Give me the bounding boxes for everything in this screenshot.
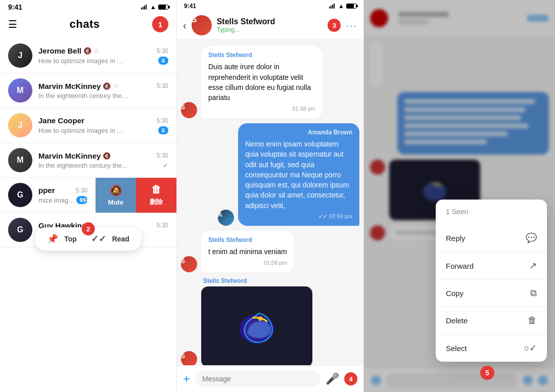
chat-name-marvin2: Marvin McKinney (38, 152, 101, 160)
msg-sender-1: Stells Stefword (208, 51, 315, 60)
chat-time-jerome: 5:30 (157, 47, 168, 55)
time-middle: 9:41 (184, 3, 196, 10)
wifi-icon-middle: ▲ (338, 3, 344, 10)
mute-label: Mute (108, 199, 123, 206)
context-menu: 1 Seen Reply 💬 Forward ↗ Copy ⧉ Delete 🗑… (436, 200, 547, 362)
chat-name-marvin1: Marvin McKinney (38, 82, 101, 90)
status-bar-middle: 9:41 ▲ (177, 0, 363, 11)
chat-info-jerome: Jerome Bell 🔇 ☆ 5:30 How to optimize ima… (38, 46, 168, 65)
status-icons-left: ▲ (141, 4, 168, 11)
avatar-msg-stells2: S (181, 256, 197, 272)
select-icon: ○✓ (524, 342, 537, 354)
msg-bubble-1: Stells Stefword Duis aute irure dolor in… (201, 46, 322, 118)
conv-header: ‹ S Stells Stefword Typing... 3 ··· (177, 11, 363, 40)
mute-icon-marvin1: 🔇 (103, 82, 111, 90)
fab-badge: 2 (82, 222, 95, 235)
context-reply-button[interactable]: Reply 💬 (436, 224, 547, 252)
seen-text: 1 Seen (446, 208, 468, 216)
forward-label: Forward (446, 262, 474, 270)
mute-button[interactable]: 🔕 Mute (96, 178, 136, 213)
badge-3: 3 (328, 19, 341, 32)
add-attachment-button[interactable]: + (183, 372, 190, 386)
context-copy-button[interactable]: Copy ⧉ (436, 280, 547, 307)
msg-sender-2: Amanda Brown (245, 128, 352, 137)
delete-icon: 🗑 (528, 315, 537, 326)
avatar-partial: G (8, 183, 32, 207)
message-4-image: S Stells Stefword (181, 277, 359, 365)
chat-item-jerome[interactable]: J Jerome Bell 🔇 ☆ 5:30 How to optimize i… (0, 38, 176, 73)
conv-status: Typing... (217, 26, 323, 33)
mute-icon-marvin2: 🔇 (103, 152, 111, 160)
msg-text-1: Duis aute irure dolor in reprehenderit i… (208, 62, 315, 103)
message-1: S Stells Stefword Duis aute irure dolor … (181, 46, 359, 118)
reply-label: Reply (446, 234, 465, 242)
msg-bubble-group-2: Amanda Brown Nemo enim ipsam voluptatem … (238, 123, 359, 226)
badge-5: 5 (480, 366, 494, 380)
message-input[interactable] (195, 371, 320, 387)
msg-sender-3: Stells Stefword (208, 236, 287, 244)
msg-text-3: t enim ad minima veniam (208, 247, 287, 257)
signal-icon (141, 5, 148, 10)
back-button[interactable]: ‹ (183, 20, 187, 31)
chat-item-jane[interactable]: J Jane Cooper 5:30 How to optimize image… (0, 108, 176, 143)
chat-item-marvin1[interactable]: M Marvin McKinney 🔇 ☆ 5:30 In the eighte… (0, 73, 176, 108)
wifi-icon: ▲ (150, 4, 156, 11)
chat-name-jane: Jane Cooper (38, 116, 84, 125)
menu-icon[interactable]: ☰ (8, 18, 17, 30)
forward-icon: ↗ (529, 260, 537, 271)
conv-input-area: + 🎤 4 (177, 365, 363, 392)
msg-image-bubble (201, 286, 312, 365)
delete-label: Delete (446, 316, 468, 325)
avatar-msg-amanda: A (218, 210, 234, 226)
avatar-marvin2: M (8, 148, 32, 172)
chats-header: ☰ chats 1 (0, 12, 176, 38)
chat-conversation-panel: 9:41 ▲ ‹ S Stells Stefword Typing... 3 ·… (177, 0, 364, 392)
chat-preview-partial: mize images in WordPress... (38, 197, 76, 204)
star-icon-jerome: ☆ (94, 47, 100, 55)
chat-time-jane: 5:30 (157, 117, 168, 124)
chat-info-marvin1: Marvin McKinney 🔇 ☆ 5:30 In the eighteen… (38, 82, 168, 100)
unread-jane: 6 (158, 126, 168, 134)
battery-icon (158, 5, 168, 10)
delete-button[interactable]: 🗑 删除 (136, 178, 176, 213)
swipe-actions: 🔕 Mute 🗑 删除 (96, 178, 176, 213)
chat-list: J Jerome Bell 🔇 ☆ 5:30 How to optimize i… (0, 38, 176, 392)
unread-jerome: 6 (158, 57, 168, 65)
new-chat-button[interactable]: 1 (152, 16, 168, 32)
context-delete-button[interactable]: Delete 🗑 (436, 307, 547, 334)
more-options-button[interactable]: ··· (346, 20, 357, 31)
read-label: Read (112, 235, 129, 243)
delete-btn-icon: 🗑 (151, 184, 161, 195)
message-3: S Stells Stefword t enim ad minima venia… (181, 231, 359, 272)
msg-time-2: ✓✓ 07:59 pm (245, 213, 352, 221)
signal-icon-middle (329, 4, 336, 9)
right-panel: 1 Seen Reply 💬 Forward ↗ Copy ⧉ Delete 🗑… (364, 0, 555, 392)
check-done-icon: ✓✓ (318, 213, 328, 221)
status-icons-middle: ▲ (329, 3, 356, 10)
avatar-msg-stells1: S (181, 102, 197, 118)
select-label: Select (446, 344, 467, 353)
status-bar-left: 9:41 ▲ (0, 0, 176, 12)
chats-panel: 9:41 ▲ ☰ chats 1 J Jero (0, 0, 177, 392)
msg-text-2: Nemo enim ipsam voluptatem quia voluptas… (245, 139, 352, 211)
msg-bubble-3: Stells Stefword t enim ad minima veniam … (201, 231, 294, 272)
msg-time-1: 01:08 pm (208, 105, 315, 113)
chat-item-marvin2[interactable]: M Marvin McKinney 🔇 5:30 In the eighteen… (0, 143, 176, 178)
avatar-marvin1: M (8, 78, 32, 103)
voice-record-button[interactable]: 🎤 (326, 372, 339, 385)
chat-item-container-swiped: 🔕 Mute 🗑 删除 G pper 5:30 (0, 178, 176, 213)
badge-4: 4 (344, 372, 357, 385)
context-select-button[interactable]: Select ○✓ (436, 334, 547, 362)
chat-item-partial[interactable]: G pper 5:30 mize images in WordPress... … (0, 178, 96, 213)
chat-time-marvin1: 5:30 (157, 82, 168, 89)
chat-info-partial: pper 5:30 mize images in WordPress... 99… (38, 186, 87, 204)
check-icon-marvin2: ✓ (163, 162, 168, 169)
messages-area[interactable]: S Stells Stefword Duis aute irure dolor … (177, 40, 363, 365)
msg-bubble-group-1: Stells Stefword Duis aute irure dolor in… (201, 46, 322, 118)
img-sender-label: Stells Stefword (201, 277, 312, 284)
chat-preview-jane: How to optimize images in WordPress for.… (38, 127, 129, 134)
context-forward-button[interactable]: Forward ↗ (436, 252, 547, 280)
chat-preview-marvin2: In the eighteenth century the German phi… (38, 162, 129, 169)
chat-time-partial: 5:30 (76, 187, 87, 194)
top-label: Top (64, 235, 77, 243)
